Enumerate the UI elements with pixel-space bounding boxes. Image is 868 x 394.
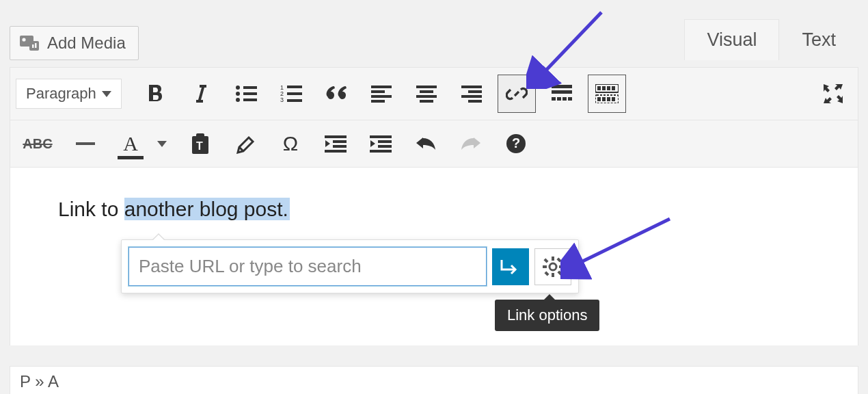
content-text-prefix: Link to (58, 198, 124, 220)
svg-rect-64 (557, 270, 562, 275)
align-left-button[interactable] (362, 75, 401, 113)
content-selected-text: another blog post (124, 198, 283, 220)
svg-point-7 (236, 92, 240, 96)
svg-rect-16 (287, 99, 302, 102)
svg-rect-44 (612, 97, 615, 101)
text-color-icon: A (119, 132, 142, 155)
bullet-list-button[interactable] (227, 75, 265, 113)
svg-rect-32 (557, 97, 561, 101)
align-center-button[interactable] (407, 75, 446, 113)
svg-rect-54 (378, 145, 392, 148)
toolbar-toggle-button[interactable] (588, 75, 626, 113)
svg-rect-28 (468, 100, 482, 103)
format-select[interactable]: Paragraph (16, 79, 122, 109)
link-url-input[interactable] (128, 247, 487, 286)
align-right-button[interactable] (452, 75, 491, 113)
svg-rect-63 (543, 258, 548, 263)
link-options-tooltip: Link options (495, 300, 599, 331)
editor-toolbar: Paragraph 123 (10, 67, 858, 168)
italic-button[interactable] (182, 75, 220, 113)
svg-rect-65 (556, 257, 561, 262)
svg-rect-12 (287, 86, 302, 88)
svg-rect-29 (552, 85, 572, 88)
svg-rect-38 (607, 86, 610, 90)
indent-button[interactable] (362, 124, 400, 163)
text-color-button[interactable]: A (111, 124, 150, 163)
apply-link-button[interactable] (492, 248, 529, 285)
numbered-list-button[interactable]: 123 (272, 75, 310, 113)
editor-tabs: Visual Text (684, 19, 858, 60)
link-inline-popup (121, 239, 579, 293)
text-color-dropdown[interactable] (152, 130, 172, 157)
svg-rect-25 (461, 86, 482, 88)
svg-rect-37 (602, 86, 606, 90)
svg-rect-17 (371, 86, 392, 88)
svg-rect-49 (333, 140, 347, 143)
fullscreen-button[interactable] (814, 75, 852, 113)
svg-rect-66 (544, 271, 549, 276)
svg-rect-31 (552, 97, 556, 101)
element-path[interactable]: P » A (10, 366, 858, 394)
tab-text[interactable]: Text (779, 19, 858, 60)
bold-button[interactable] (137, 75, 175, 113)
svg-point-9 (236, 98, 240, 102)
svg-rect-53 (378, 140, 392, 143)
add-media-label: Add Media (47, 34, 126, 53)
svg-rect-10 (243, 98, 257, 101)
paste-text-button[interactable]: T (181, 124, 219, 163)
svg-rect-36 (597, 86, 601, 90)
help-button[interactable]: ? (497, 124, 535, 163)
svg-rect-59 (552, 257, 554, 261)
link-options-button[interactable] (534, 248, 571, 285)
svg-rect-22 (420, 90, 433, 93)
clear-formatting-button[interactable] (226, 124, 265, 163)
caret-down-icon (157, 141, 167, 147)
svg-point-5 (236, 86, 240, 90)
svg-rect-26 (468, 90, 482, 93)
svg-rect-20 (371, 100, 385, 103)
undo-button[interactable] (407, 124, 445, 163)
tab-visual[interactable]: Visual (684, 19, 779, 60)
gear-icon (543, 257, 563, 277)
svg-rect-60 (552, 273, 554, 277)
svg-rect-50 (333, 145, 347, 148)
svg-rect-4 (35, 43, 37, 48)
svg-rect-24 (420, 100, 433, 103)
insert-more-button[interactable] (543, 75, 581, 113)
svg-rect-2 (29, 41, 39, 51)
svg-rect-19 (371, 95, 392, 98)
redo-button[interactable] (452, 124, 490, 163)
horizontal-rule-button[interactable] (66, 124, 105, 163)
svg-rect-48 (325, 135, 347, 138)
svg-text:3: 3 (280, 96, 284, 103)
insert-link-button[interactable] (498, 75, 536, 113)
svg-rect-41 (597, 97, 601, 101)
blockquote-button[interactable] (317, 75, 355, 113)
svg-rect-52 (370, 135, 392, 138)
svg-rect-46 (196, 133, 204, 139)
strikethrough-button[interactable]: ABC (16, 124, 59, 163)
svg-rect-33 (562, 97, 567, 101)
svg-point-58 (550, 263, 556, 270)
svg-rect-21 (416, 86, 437, 88)
add-media-button[interactable]: Add Media (10, 26, 139, 60)
svg-rect-55 (370, 150, 392, 153)
caret-down-icon (102, 91, 111, 97)
svg-rect-8 (243, 92, 257, 95)
svg-rect-18 (371, 90, 385, 93)
special-character-button[interactable]: Ω (271, 124, 310, 163)
svg-rect-62 (559, 265, 563, 268)
svg-rect-39 (612, 86, 615, 90)
svg-text:?: ? (512, 135, 520, 150)
outdent-button[interactable] (316, 124, 355, 163)
svg-rect-42 (602, 97, 606, 101)
svg-rect-30 (552, 90, 572, 94)
svg-rect-14 (287, 92, 302, 95)
svg-point-1 (22, 38, 25, 41)
svg-rect-43 (607, 97, 610, 101)
svg-rect-34 (568, 97, 572, 101)
format-select-label: Paragraph (26, 85, 96, 103)
svg-rect-61 (543, 265, 547, 268)
content-text-suffix: . (283, 198, 290, 220)
svg-rect-23 (416, 95, 437, 98)
